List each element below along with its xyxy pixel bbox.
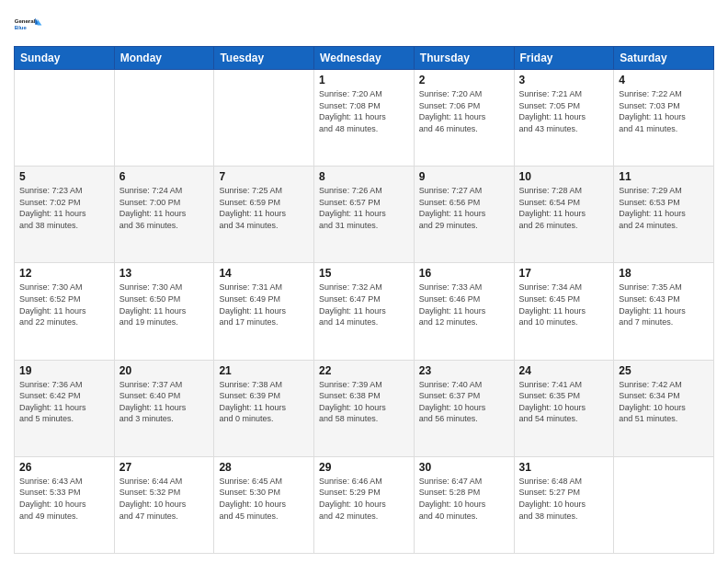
calendar-cell: 13Sunrise: 7:30 AM Sunset: 6:50 PM Dayli… [114, 263, 214, 360]
calendar-cell [15, 70, 115, 167]
day-info: Sunrise: 7:27 AM Sunset: 6:56 PM Dayligh… [419, 185, 509, 231]
day-info: Sunrise: 6:48 AM Sunset: 5:27 PM Dayligh… [519, 476, 609, 522]
calendar-cell: 10Sunrise: 7:28 AM Sunset: 6:54 PM Dayli… [514, 167, 614, 263]
day-number: 5 [19, 170, 109, 183]
calendar-week-4: 19Sunrise: 7:36 AM Sunset: 6:42 PM Dayli… [15, 360, 714, 456]
svg-text:Blue: Blue [15, 25, 28, 30]
day-number: 19 [19, 364, 109, 377]
day-info: Sunrise: 7:33 AM Sunset: 6:46 PM Dayligh… [419, 282, 509, 327]
day-info: Sunrise: 7:26 AM Sunset: 6:57 PM Dayligh… [319, 185, 409, 231]
calendar-cell: 4Sunrise: 7:22 AM Sunset: 7:03 PM Daylig… [614, 70, 714, 167]
weekday-header-row: SundayMondayTuesdayWednesdayThursdayFrid… [15, 47, 714, 70]
day-number: 2 [419, 74, 509, 86]
calendar-cell: 21Sunrise: 7:38 AM Sunset: 6:39 PM Dayli… [214, 360, 314, 456]
logo-icon: GeneralBlue [14, 9, 43, 39]
calendar-cell: 26Sunrise: 6:43 AM Sunset: 5:33 PM Dayli… [15, 456, 115, 553]
calendar-cell: 2Sunrise: 7:20 AM Sunset: 7:06 PM Daylig… [414, 70, 514, 167]
day-info: Sunrise: 6:44 AM Sunset: 5:32 PM Dayligh… [119, 476, 210, 522]
day-info: Sunrise: 7:20 AM Sunset: 7:08 PM Dayligh… [319, 88, 409, 134]
day-info: Sunrise: 7:35 AM Sunset: 6:43 PM Dayligh… [619, 282, 709, 327]
calendar-cell: 11Sunrise: 7:29 AM Sunset: 6:53 PM Dayli… [614, 167, 714, 263]
day-number: 22 [319, 364, 409, 377]
logo: GeneralBlue [14, 9, 43, 39]
day-info: Sunrise: 7:38 AM Sunset: 6:39 PM Dayligh… [219, 379, 309, 425]
day-number: 28 [219, 461, 309, 474]
day-number: 29 [319, 461, 409, 474]
day-number: 13 [119, 267, 210, 280]
day-number: 25 [619, 364, 709, 377]
calendar-cell: 7Sunrise: 7:25 AM Sunset: 6:59 PM Daylig… [214, 167, 314, 263]
day-number: 1 [319, 74, 409, 86]
calendar-cell: 20Sunrise: 7:37 AM Sunset: 6:40 PM Dayli… [114, 360, 214, 456]
day-info: Sunrise: 7:32 AM Sunset: 6:47 PM Dayligh… [319, 282, 409, 327]
calendar-cell: 22Sunrise: 7:39 AM Sunset: 6:38 PM Dayli… [314, 360, 415, 456]
day-number: 18 [619, 267, 709, 280]
day-number: 20 [119, 364, 210, 377]
header: GeneralBlue [14, 9, 714, 39]
calendar-cell: 29Sunrise: 6:46 AM Sunset: 5:29 PM Dayli… [314, 456, 415, 553]
day-number: 3 [519, 74, 609, 86]
weekday-header-friday: Friday [514, 47, 614, 70]
day-number: 30 [419, 461, 509, 474]
calendar-cell: 30Sunrise: 6:47 AM Sunset: 5:28 PM Dayli… [414, 456, 514, 553]
day-info: Sunrise: 7:42 AM Sunset: 6:34 PM Dayligh… [619, 379, 709, 425]
day-number: 23 [419, 364, 509, 377]
day-info: Sunrise: 7:28 AM Sunset: 6:54 PM Dayligh… [519, 185, 609, 231]
calendar-cell: 19Sunrise: 7:36 AM Sunset: 6:42 PM Dayli… [15, 360, 115, 456]
svg-text:General: General [15, 18, 36, 24]
day-info: Sunrise: 7:31 AM Sunset: 6:49 PM Dayligh… [219, 282, 309, 327]
calendar-week-1: 1Sunrise: 7:20 AM Sunset: 7:08 PM Daylig… [15, 70, 714, 167]
day-number: 14 [219, 267, 309, 280]
day-info: Sunrise: 7:39 AM Sunset: 6:38 PM Dayligh… [319, 379, 409, 425]
calendar-cell [114, 70, 214, 167]
day-info: Sunrise: 7:30 AM Sunset: 6:50 PM Dayligh… [119, 282, 210, 327]
day-number: 6 [119, 170, 210, 183]
day-info: Sunrise: 7:36 AM Sunset: 6:42 PM Dayligh… [19, 379, 109, 425]
weekday-header-sunday: Sunday [15, 47, 115, 70]
calendar-cell [614, 456, 714, 553]
calendar-cell: 12Sunrise: 7:30 AM Sunset: 6:52 PM Dayli… [15, 263, 115, 360]
calendar-week-2: 5Sunrise: 7:23 AM Sunset: 7:02 PM Daylig… [15, 167, 714, 263]
calendar-week-3: 12Sunrise: 7:30 AM Sunset: 6:52 PM Dayli… [15, 263, 714, 360]
calendar-table: SundayMondayTuesdayWednesdayThursdayFrid… [14, 46, 714, 554]
day-number: 26 [19, 461, 109, 474]
day-number: 15 [319, 267, 409, 280]
weekday-header-wednesday: Wednesday [314, 47, 415, 70]
calendar-cell: 23Sunrise: 7:40 AM Sunset: 6:37 PM Dayli… [414, 360, 514, 456]
day-number: 21 [219, 364, 309, 377]
day-number: 27 [119, 461, 210, 474]
calendar-cell: 6Sunrise: 7:24 AM Sunset: 7:00 PM Daylig… [114, 167, 214, 263]
day-number: 16 [419, 267, 509, 280]
day-number: 4 [619, 74, 709, 86]
calendar-cell: 1Sunrise: 7:20 AM Sunset: 7:08 PM Daylig… [314, 70, 415, 167]
day-number: 31 [519, 461, 609, 474]
calendar-cell: 15Sunrise: 7:32 AM Sunset: 6:47 PM Dayli… [314, 263, 415, 360]
weekday-header-thursday: Thursday [414, 47, 514, 70]
day-info: Sunrise: 7:40 AM Sunset: 6:37 PM Dayligh… [419, 379, 509, 425]
calendar-cell: 24Sunrise: 7:41 AM Sunset: 6:35 PM Dayli… [514, 360, 614, 456]
day-info: Sunrise: 7:20 AM Sunset: 7:06 PM Dayligh… [419, 88, 509, 134]
svg-marker-3 [38, 18, 42, 25]
day-info: Sunrise: 7:21 AM Sunset: 7:05 PM Dayligh… [519, 88, 609, 134]
day-info: Sunrise: 7:41 AM Sunset: 6:35 PM Dayligh… [519, 379, 609, 425]
weekday-header-monday: Monday [114, 47, 214, 70]
calendar-cell: 14Sunrise: 7:31 AM Sunset: 6:49 PM Dayli… [214, 263, 314, 360]
weekday-header-saturday: Saturday [614, 47, 714, 70]
calendar-cell: 9Sunrise: 7:27 AM Sunset: 6:56 PM Daylig… [414, 167, 514, 263]
day-info: Sunrise: 7:23 AM Sunset: 7:02 PM Dayligh… [19, 185, 109, 231]
day-info: Sunrise: 7:25 AM Sunset: 6:59 PM Dayligh… [219, 185, 309, 231]
day-number: 8 [319, 170, 409, 183]
day-number: 24 [519, 364, 609, 377]
day-info: Sunrise: 6:46 AM Sunset: 5:29 PM Dayligh… [319, 476, 409, 522]
day-info: Sunrise: 7:37 AM Sunset: 6:40 PM Dayligh… [119, 379, 210, 425]
day-info: Sunrise: 6:47 AM Sunset: 5:28 PM Dayligh… [419, 476, 509, 522]
day-info: Sunrise: 7:34 AM Sunset: 6:45 PM Dayligh… [519, 282, 609, 327]
day-number: 17 [519, 267, 609, 280]
calendar-cell: 8Sunrise: 7:26 AM Sunset: 6:57 PM Daylig… [314, 167, 415, 263]
day-number: 9 [419, 170, 509, 183]
day-info: Sunrise: 6:43 AM Sunset: 5:33 PM Dayligh… [19, 476, 109, 522]
day-number: 12 [19, 267, 109, 280]
day-info: Sunrise: 7:24 AM Sunset: 7:00 PM Dayligh… [119, 185, 210, 231]
calendar-cell: 16Sunrise: 7:33 AM Sunset: 6:46 PM Dayli… [414, 263, 514, 360]
calendar-cell: 31Sunrise: 6:48 AM Sunset: 5:27 PM Dayli… [514, 456, 614, 553]
